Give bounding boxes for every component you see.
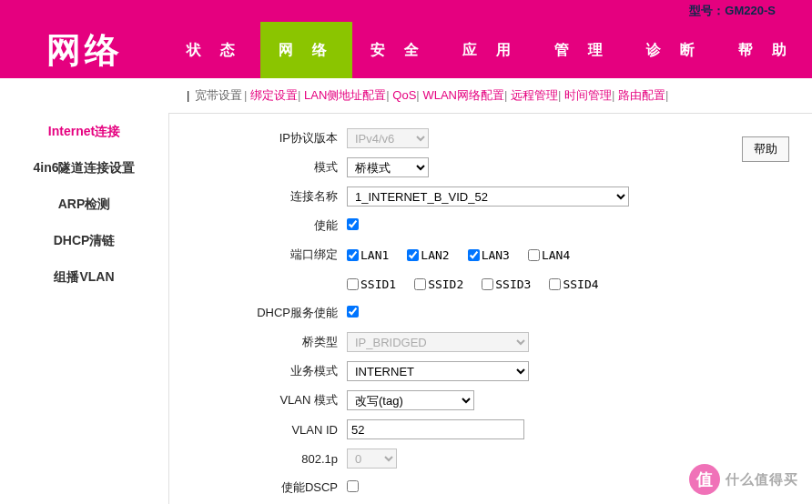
nav-application[interactable]: 应 用 <box>444 22 536 78</box>
checkbox-dhcp-enable[interactable] <box>347 306 359 318</box>
port-lan1[interactable]: LAN1 <box>347 248 389 262</box>
sidebar-internet[interactable]: Internet连接 <box>0 114 168 150</box>
checkbox-enable-dscp[interactable] <box>347 480 359 492</box>
port-ssid1[interactable]: SSID1 <box>347 277 396 291</box>
help-button[interactable]: 帮助 <box>742 136 789 162</box>
label-ip-version: IP协议版本 <box>188 130 347 146</box>
port-bind-ssid-group: SSID1 SSID2 SSID3 SSID4 <box>347 277 599 291</box>
sub-nav: | 宽带设置| 绑定设置| LAN侧地址配置| QoS| WLAN网络配置| 远… <box>168 78 812 114</box>
nav-network[interactable]: 网 络 <box>260 22 352 78</box>
sidebar-multicast-vlan[interactable]: 组播VLAN <box>0 259 168 296</box>
label-dhcp-enable: DHCP服务使能 <box>188 305 347 321</box>
subnav-broadband[interactable]: 宽带设置 <box>193 88 244 102</box>
label-bridge-type: 桥类型 <box>188 334 347 350</box>
sidebar-4in6[interactable]: 4in6隧道连接设置 <box>0 150 168 186</box>
select-ip-version: IPv4/v6 <box>347 128 429 148</box>
watermark-text: 什么值得买 <box>726 471 798 489</box>
label-enable-dscp: 使能DSCP <box>188 479 347 496</box>
port-lan3[interactable]: LAN3 <box>468 248 510 262</box>
port-ssid2[interactable]: SSID2 <box>414 277 463 291</box>
logo-text: 网络 <box>46 27 123 74</box>
port-ssid3[interactable]: SSID3 <box>482 277 531 291</box>
port-lan4[interactable]: LAN4 <box>528 248 570 262</box>
checkbox-enable[interactable] <box>347 218 359 230</box>
port-lan2[interactable]: LAN2 <box>407 248 449 262</box>
label-port-bind: 端口绑定 <box>188 247 347 263</box>
sidebar-dhcp[interactable]: DHCP清链 <box>0 223 168 259</box>
nav-management[interactable]: 管 理 <box>536 22 628 78</box>
watermark-icon: 值 <box>689 464 720 495</box>
input-vlan-id[interactable] <box>347 419 524 439</box>
label-enable: 使能 <box>188 217 347 234</box>
main-area: Internet连接 4in6隧道连接设置 ARP检测 DHCP清链 组播VLA… <box>0 114 812 504</box>
nav-status[interactable]: 状 态 <box>168 22 260 78</box>
label-service-mode: 业务模式 <box>188 363 347 379</box>
label-conn-name: 连接名称 <box>188 188 347 205</box>
select-service-mode[interactable]: INTERNET <box>347 361 529 381</box>
select-mode[interactable]: 桥模式 <box>347 157 429 177</box>
port-ssid4[interactable]: SSID4 <box>549 277 598 291</box>
label-8021p: 802.1p <box>188 452 347 466</box>
top-bar: 型号：GM220-S <box>0 0 812 22</box>
content: 帮助 IP协议版本 IPv4/v6 模式 桥模式 连接名称 1_INTERNET… <box>168 114 812 504</box>
label-mode: 模式 <box>188 159 347 176</box>
select-bridge-type: IP_BRIDGED <box>347 332 529 352</box>
sidebar-arp[interactable]: ARP检测 <box>0 186 168 223</box>
header: 网络 状 态 网 络 安 全 应 用 管 理 诊 断 帮 助 <box>0 22 812 78</box>
nav-help[interactable]: 帮 助 <box>720 22 812 78</box>
main-nav: 状 态 网 络 安 全 应 用 管 理 诊 断 帮 助 <box>168 22 812 78</box>
select-conn-name[interactable]: 1_INTERNET_B_VID_52 <box>347 186 629 207</box>
subnav-remote[interactable]: 远程管理 <box>511 88 558 102</box>
select-vlan-mode[interactable]: 改写(tag) <box>347 390 474 410</box>
nav-diagnosis[interactable]: 诊 断 <box>628 22 720 78</box>
logo: 网络 <box>0 22 168 78</box>
watermark: 值 什么值得买 <box>689 464 798 495</box>
label-vlan-mode: VLAN 模式 <box>188 392 347 408</box>
subnav-qos[interactable]: QoS <box>392 88 416 102</box>
subnav-route[interactable]: 路由配置 <box>618 88 665 102</box>
nav-security[interactable]: 安 全 <box>352 22 444 78</box>
select-8021p: 0 <box>347 449 397 469</box>
port-bind-lan-group: LAN1 LAN2 LAN3 LAN4 <box>347 248 570 262</box>
label-vlan-id: VLAN ID <box>188 423 347 437</box>
subnav-time[interactable]: 时间管理 <box>564 88 612 102</box>
subnav-wlan[interactable]: WLAN网络配置 <box>422 88 504 102</box>
subnav-binding[interactable]: 绑定设置 <box>250 88 298 102</box>
sidebar: Internet连接 4in6隧道连接设置 ARP检测 DHCP清链 组播VLA… <box>0 114 168 504</box>
model-label: 型号：GM220-S <box>689 3 776 19</box>
subnav-lan-addr[interactable]: LAN侧地址配置 <box>304 88 386 102</box>
